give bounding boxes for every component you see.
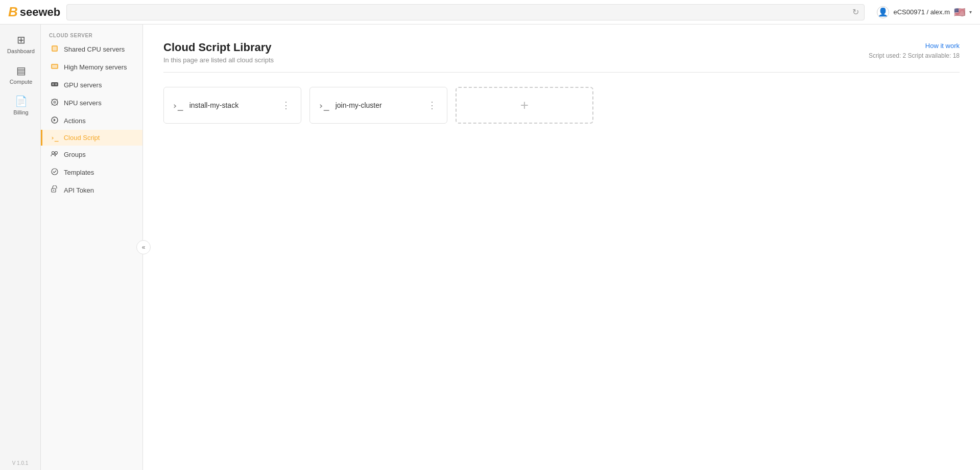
script-terminal-icon-2: ›_ — [318, 100, 329, 111]
sidebar-left-label-billing: Billing — [13, 109, 28, 115]
dashboard-icon: ⊞ — [17, 34, 26, 46]
sidebar-item-label-actions: Actions — [64, 117, 86, 125]
sidebar-item-templates[interactable]: Templates — [41, 163, 142, 181]
compute-icon: ▤ — [16, 64, 26, 77]
sidebar-item-high-memory[interactable]: High Memory servers — [41, 58, 142, 76]
cloud-script-icon: ›_ — [51, 134, 59, 142]
page-subtitle: In this page are listed all cloud script… — [163, 56, 274, 64]
navbar: B seeweb ↻ 👤 eCS00971 / alex.m 🇺🇸 ▾ — [0, 0, 980, 25]
sidebar-item-dashboard[interactable]: ⊞ Dashboard — [0, 29, 40, 59]
svg-rect-3 — [52, 65, 57, 68]
content-header-right: How it work Script used: 2 Script availa… — [869, 41, 960, 59]
sidebar-item-label-shared-cpu: Shared CPU servers — [64, 45, 125, 53]
logo-text: seeweb — [20, 6, 61, 19]
user-avatar-icon: 👤 — [877, 6, 889, 18]
user-menu[interactable]: 👤 eCS00971 / alex.m 🇺🇸 ▾ — [877, 6, 972, 18]
page-title: Cloud Script Library — [163, 41, 274, 54]
templates-icon — [51, 168, 59, 177]
sidebar-item-label-gpu: GPU servers — [64, 81, 102, 89]
content-area: Cloud Script Library In this page are li… — [143, 25, 980, 470]
add-script-card[interactable]: + — [456, 87, 593, 124]
collapse-icon: « — [142, 244, 146, 251]
script-name-1: install-my-stack — [189, 101, 273, 109]
svg-line-10 — [57, 99, 58, 100]
svg-point-14 — [52, 152, 55, 154]
sidebar-left-label-compute: Compute — [10, 79, 33, 85]
content-header: Cloud Script Library In this page are li… — [163, 41, 960, 73]
api-token-icon — [51, 185, 59, 195]
svg-point-16 — [52, 169, 58, 175]
sidebar-item-label-high-memory: High Memory servers — [64, 63, 127, 71]
sidebar-item-label-api-token: API Token — [64, 186, 94, 194]
shared-cpu-icon — [51, 44, 59, 54]
chevron-down-icon: ▾ — [969, 9, 972, 15]
scripts-grid: ›_ install-my-stack ⋮ ›_ join-my-cluster… — [163, 87, 960, 124]
sidebar-item-label-npu: NPU servers — [64, 99, 102, 107]
sidebar-item-actions[interactable]: Actions — [41, 112, 142, 130]
script-menu-icon-2[interactable]: ⋮ — [425, 98, 439, 113]
how-it-works-link[interactable]: How it work — [925, 42, 960, 50]
collapse-sidebar-button[interactable]: « — [136, 240, 151, 254]
logo-b: B — [8, 4, 18, 20]
svg-point-15 — [55, 152, 58, 154]
sidebar-right: CLOUD SERVER Shared CPU servers High Mem… — [41, 25, 143, 470]
script-terminal-icon-1: ›_ — [172, 100, 183, 111]
groups-icon — [51, 150, 59, 159]
sidebar-left: ⊞ Dashboard ▤ Compute 📄 Billing V 1.0.1 — [0, 25, 41, 470]
sidebar-item-label-groups: Groups — [64, 151, 86, 158]
svg-line-11 — [52, 104, 53, 105]
svg-line-9 — [52, 99, 53, 100]
add-icon: + — [520, 97, 529, 113]
sidebar-item-cloud-script[interactable]: ›_ Cloud Script — [41, 130, 142, 146]
script-stats: Script used: 2 Script available: 18 — [869, 52, 960, 59]
user-account-label: eCS00971 / alex.m — [893, 8, 950, 16]
high-memory-icon — [51, 62, 59, 72]
search-bar: ↻ — [66, 4, 865, 20]
script-name-2: join-my-cluster — [336, 101, 419, 109]
logo[interactable]: B seeweb — [8, 4, 60, 20]
svg-point-18 — [53, 190, 54, 191]
flag-icon: 🇺🇸 — [954, 7, 965, 18]
svg-rect-5 — [52, 83, 54, 85]
sidebar-section-label: CLOUD SERVER — [41, 29, 142, 40]
sidebar-item-npu[interactable]: NPU servers — [41, 94, 142, 112]
version-label: V 1.0.1 — [0, 456, 40, 470]
sidebar-item-groups[interactable]: Groups — [41, 146, 142, 163]
script-card-join-my-cluster[interactable]: ›_ join-my-cluster ⋮ — [309, 87, 447, 124]
search-input[interactable] — [72, 8, 850, 16]
sidebar-left-label-dashboard: Dashboard — [7, 48, 35, 54]
script-card-install-my-stack[interactable]: ›_ install-my-stack ⋮ — [163, 87, 301, 124]
refresh-icon[interactable]: ↻ — [852, 7, 859, 17]
billing-icon: 📄 — [15, 95, 28, 107]
content-header-left: Cloud Script Library In this page are li… — [163, 41, 274, 64]
svg-rect-6 — [55, 83, 57, 85]
script-menu-icon-1[interactable]: ⋮ — [279, 98, 293, 113]
actions-icon — [51, 116, 59, 126]
sidebar-item-billing[interactable]: 📄 Billing — [0, 90, 40, 121]
sidebar-item-compute[interactable]: ▤ Compute — [0, 59, 40, 90]
gpu-icon — [51, 80, 59, 90]
sidebar-item-shared-cpu[interactable]: Shared CPU servers — [41, 40, 142, 58]
sidebar-item-api-token[interactable]: API Token — [41, 181, 142, 199]
sidebar-item-label-templates: Templates — [64, 169, 94, 176]
svg-point-8 — [53, 101, 56, 104]
sidebar-item-gpu[interactable]: GPU servers — [41, 76, 142, 94]
main-layout: ⊞ Dashboard ▤ Compute 📄 Billing V 1.0.1 … — [0, 25, 980, 470]
sidebar-item-label-cloud-script: Cloud Script — [64, 134, 100, 142]
svg-rect-1 — [53, 46, 57, 51]
npu-icon — [51, 98, 59, 108]
svg-line-12 — [57, 104, 58, 105]
